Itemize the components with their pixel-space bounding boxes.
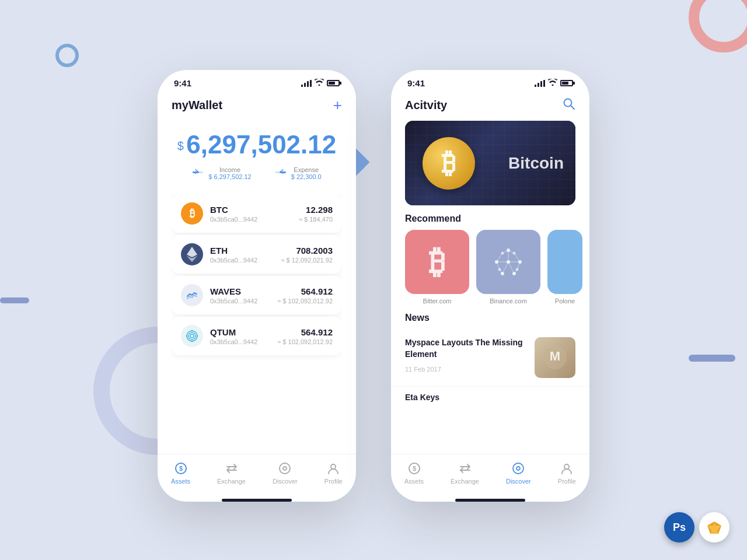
svg-point-7: [191, 330, 193, 332]
income-label: Income: [208, 166, 251, 173]
svg-line-17: [571, 106, 574, 109]
activity-scroll: ₿ Bitcoin Recommend ₿ Bitter.com: [391, 121, 589, 454]
crypto-item-eth[interactable]: ETH 0x3b5ca0...9442 708.2003 ≈ $ 12,092,…: [172, 235, 342, 274]
nav-exchange-label-1: Exchange: [217, 478, 246, 485]
assets-icon-1: $: [174, 461, 188, 475]
recommend-item-binance[interactable]: Binance.com: [476, 230, 540, 304]
nav-exchange-label-2: Exchange: [451, 478, 479, 485]
svg-text:$: $: [179, 465, 182, 472]
activity-title: Acitvity: [405, 99, 447, 112]
bg-decoration-circle-blue: [55, 44, 79, 67]
exchange-icon-2: [458, 461, 472, 475]
eth-address: 0x3b5ca0...9442: [210, 257, 274, 264]
balance-section: $ 6,297,502.12 Income: [172, 124, 342, 194]
tool-icons: Ps: [664, 512, 729, 542]
nav-discover-1[interactable]: Discover: [273, 461, 298, 485]
wifi-icon-2: [548, 79, 557, 88]
phone-wallet: 9:41: [158, 70, 356, 502]
nav-profile-label-1: Profile: [324, 478, 343, 485]
bitter-name: Bitter.com: [423, 298, 452, 304]
btc-address: 0x3b5ca0...9442: [210, 216, 292, 223]
waves-amount: 564.912: [277, 286, 333, 296]
recommend-item-polone[interactable]: Polone: [547, 230, 582, 304]
crypto-list: ₿ BTC 0x3b5ca0...9442 12.298 ≈ $ 184,470: [172, 194, 342, 454]
profile-icon-1: [326, 461, 340, 475]
nav-assets-1[interactable]: $ Assets: [171, 461, 190, 485]
nav-assets-2[interactable]: $ Assets: [404, 461, 424, 485]
nav-profile-2[interactable]: Profile: [558, 461, 576, 485]
income-stat: Income $ 6,297,502.12: [192, 166, 251, 180]
bitcoin-coin-icon: ₿: [423, 137, 475, 190]
crypto-item-qtum[interactable]: QTUM 0x3b5ca0...9442 564.912 ≈ $ 102,092…: [172, 317, 342, 355]
bitcoin-text: Bitcoin: [508, 154, 564, 173]
battery-icon-1: [327, 80, 340, 86]
status-time-2: 9:41: [407, 78, 425, 88]
signal-icon-2: [535, 80, 545, 87]
crypto-item-waves[interactable]: WAVES 0x3b5ca0...9442 564.912 ≈ $ 102,09…: [172, 276, 342, 314]
bitcoin-banner[interactable]: ₿ Bitcoin: [405, 121, 575, 205]
qtum-address: 0x3b5ca0...9442: [210, 338, 270, 345]
eth-icon: [181, 243, 203, 265]
recommend-title: Recommend: [391, 205, 589, 230]
nav-exchange-2[interactable]: Exchange: [451, 461, 479, 485]
eth-amount: 708.2003: [281, 246, 333, 256]
waves-name: WAVES: [210, 286, 270, 296]
balance-amount: 6,297,502.12: [186, 130, 336, 159]
discover-icon-2: [511, 461, 525, 475]
eth-name: ETH: [210, 246, 274, 256]
waves-usd: ≈ $ 102,092,012.92: [277, 298, 333, 304]
svg-point-47: [564, 464, 569, 469]
nav-discover-label-2: Discover: [506, 478, 531, 485]
svg-point-5: [189, 332, 196, 340]
nav-discover-2[interactable]: Discover: [506, 461, 531, 485]
nav-assets-label-1: Assets: [171, 478, 190, 485]
phone-activity: 9:41 Acitvity: [391, 70, 589, 502]
news-title-1: Myspace Layouts The Missing Element: [405, 337, 528, 360]
btc-amount: 12.298: [299, 205, 333, 215]
binance-card: [476, 230, 540, 294]
photoshop-icon: Ps: [664, 512, 694, 542]
status-time-1: 9:41: [174, 78, 191, 88]
signal-icon-1: [301, 80, 312, 87]
news-thumb-1: M: [535, 337, 575, 378]
balance-display: $ 6,297,502.12: [172, 130, 342, 159]
recommend-item-bitter[interactable]: ₿ Bitter.com: [405, 230, 469, 304]
phones-container: 9:41: [0, 0, 747, 560]
waves-address: 0x3b5ca0...9442: [210, 298, 270, 304]
btc-usd: ≈ $ 184,470: [299, 216, 333, 223]
add-button[interactable]: +: [333, 97, 342, 113]
discover-icon-1: [278, 461, 292, 475]
svg-point-45: [513, 463, 523, 474]
expense-stat: Expense $ 22,300.0: [275, 166, 322, 180]
svg-line-39: [502, 262, 508, 274]
polone-card: [547, 230, 582, 294]
crypto-item-btc[interactable]: ₿ BTC 0x3b5ca0...9442 12.298 ≈ $ 184,470: [172, 194, 342, 233]
nav-discover-label-1: Discover: [273, 478, 298, 485]
expense-icon: [275, 167, 287, 178]
news-item-1[interactable]: Myspace Layouts The Missing Element 11 F…: [391, 329, 589, 387]
wallet-header: myWallet +: [172, 92, 342, 124]
waves-icon: [181, 284, 203, 306]
expense-value: $ 22,300.0: [291, 173, 322, 180]
nav-profile-1[interactable]: Profile: [324, 461, 343, 485]
activity-header: Acitvity: [391, 92, 589, 121]
status-bar-1: 9:41: [158, 70, 356, 92]
status-icons-2: [535, 79, 573, 88]
expense-label: Expense: [291, 166, 322, 173]
bitter-card: ₿: [405, 230, 469, 294]
balance-dollar-sign: $: [177, 139, 184, 152]
nav-exchange-1[interactable]: Exchange: [217, 461, 246, 485]
news-date-1: 11 Feb 2017: [405, 366, 528, 373]
svg-point-6: [190, 334, 194, 338]
sketch-icon: [699, 512, 729, 542]
search-button[interactable]: [563, 97, 575, 113]
svg-line-40: [508, 262, 514, 274]
battery-icon-2: [560, 80, 573, 86]
nav-assets-label-2: Assets: [404, 478, 424, 485]
svg-point-15: [331, 464, 336, 469]
profile-icon-2: [560, 461, 574, 475]
phone1-content: myWallet + $ 6,297,502.12: [158, 92, 356, 454]
exchange-icon-1: [225, 461, 239, 475]
bottom-nav-1: $ Assets Exchange: [158, 454, 356, 496]
svg-point-46: [516, 467, 520, 470]
